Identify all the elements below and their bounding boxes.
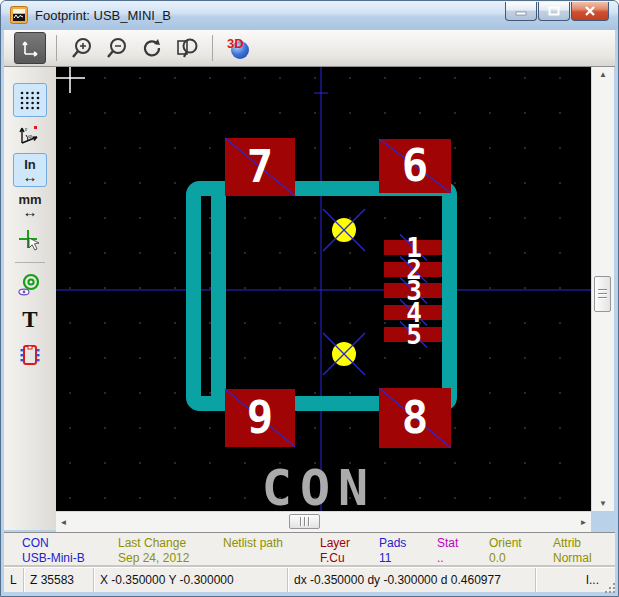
grid-dot — [244, 77, 246, 79]
status-field-label: Pads — [379, 536, 406, 550]
vertical-scroll-thumb[interactable] — [594, 276, 611, 312]
vertical-scrollbar[interactable]: ▲ ▼ — [591, 67, 614, 511]
grid-display-button[interactable] — [13, 83, 47, 117]
status-field-label: CON — [22, 536, 49, 550]
pad-number: 6 — [402, 140, 429, 191]
pad-display-mode-button[interactable] — [13, 268, 47, 302]
grid-dot — [524, 427, 526, 429]
statusbar-cell: X -0.350000 Y -0.300000 — [94, 568, 288, 592]
grid-dot — [524, 217, 526, 219]
grid-dot — [314, 77, 316, 79]
grid-dot — [559, 182, 561, 184]
grid-dot — [489, 182, 491, 184]
maximize-button[interactable] — [538, 2, 570, 21]
3d-viewer-button[interactable]: 3D — [223, 33, 253, 63]
grid-dot — [524, 112, 526, 114]
pad-number: 8 — [402, 392, 429, 443]
grid-dot — [349, 147, 351, 149]
grid-dot — [139, 497, 141, 499]
horizontal-scroll-thumb[interactable] — [289, 514, 320, 529]
scroll-down-arrow[interactable]: ▼ — [592, 496, 614, 511]
grid-dot — [314, 287, 316, 289]
grid-dot — [139, 77, 141, 79]
grid-dot — [174, 322, 176, 324]
grid-dot — [524, 287, 526, 289]
grid-dot — [69, 112, 71, 114]
grid-dot — [209, 427, 211, 429]
footprint-canvas[interactable]: 769812345CON — [56, 67, 591, 511]
polar-coordinates-button[interactable]: r φ — [13, 118, 47, 152]
grid-dot — [524, 392, 526, 394]
zoom-out-button[interactable] — [102, 33, 132, 63]
pad-number: 9 — [247, 392, 274, 443]
grid-dot — [524, 77, 526, 79]
grid-dot — [489, 392, 491, 394]
grid-dot — [349, 77, 351, 79]
titlebar[interactable]: Footprint: USB_MINI_B — [1, 1, 618, 30]
zoom-auto-icon — [19, 37, 41, 59]
grid-dot — [524, 462, 526, 464]
grid-dot — [209, 252, 211, 254]
grid-dot — [174, 357, 176, 359]
statusbar-cell: dx -0.350000 dy -0.300000 d 0.460977 — [288, 568, 536, 592]
grid-dot — [349, 322, 351, 324]
grid-dot — [174, 252, 176, 254]
text-display-mode-button[interactable]: T — [13, 303, 47, 337]
grid-dot — [104, 217, 106, 219]
status-field-value: USB-Mini-B — [22, 551, 85, 565]
scroll-up-arrow[interactable]: ▲ — [592, 67, 614, 82]
grid-dot — [419, 497, 421, 499]
grid-dot — [489, 147, 491, 149]
grid-dot — [489, 357, 491, 359]
grid-dot — [139, 182, 141, 184]
close-button[interactable] — [571, 2, 609, 21]
grid-dot — [69, 287, 71, 289]
grid-dot — [524, 252, 526, 254]
grid-dot — [524, 322, 526, 324]
units-inches-button[interactable]: In ↔ — [13, 153, 47, 187]
zoom-fit-icon — [175, 36, 199, 60]
minimize-button[interactable] — [505, 2, 537, 21]
grid-dot — [419, 112, 421, 114]
grid-dot — [174, 112, 176, 114]
grid-dot — [174, 462, 176, 464]
grid-dot — [419, 357, 421, 359]
scroll-right-arrow[interactable]: ► — [576, 512, 591, 532]
status-panel: CONLast ChangeNetlist pathLayerPadsStatO… — [4, 532, 615, 568]
cursor-crosshair-icon — [18, 228, 42, 252]
grid-dot — [244, 462, 246, 464]
grid-dot — [384, 77, 386, 79]
grid-dot — [314, 427, 316, 429]
status-field-label: Stat — [437, 536, 458, 550]
grid-dot — [349, 392, 351, 394]
grid-dot — [174, 497, 176, 499]
units-mm-button[interactable]: mm ↔ — [13, 188, 47, 222]
scroll-left-arrow[interactable]: ◄ — [56, 512, 71, 532]
status-field-label: Orient — [489, 536, 522, 550]
zoom-in-button[interactable] — [67, 33, 97, 63]
grid-dot — [174, 147, 176, 149]
grid-dot — [489, 112, 491, 114]
redraw-button[interactable] — [137, 33, 167, 63]
cursor-shape-button[interactable] — [13, 223, 47, 257]
grid-dot — [209, 112, 211, 114]
polar-coords-icon: r φ — [18, 123, 42, 147]
grid-dot — [139, 287, 141, 289]
grid-dot — [524, 497, 526, 499]
grid-dot — [69, 182, 71, 184]
edge-display-mode-button[interactable] — [13, 338, 47, 372]
zoom-fit-button[interactable] — [172, 33, 202, 63]
close-icon — [584, 6, 596, 16]
grid-dot — [454, 147, 456, 149]
zoom-auto-button[interactable] — [14, 32, 46, 64]
grid-dot — [104, 112, 106, 114]
grid-dot — [279, 217, 281, 219]
status-field-value: 0.0 — [489, 551, 506, 565]
grid-dot — [104, 427, 106, 429]
grid-dot — [349, 252, 351, 254]
resize-grip[interactable] — [604, 582, 617, 595]
horizontal-scrollbar[interactable]: ◄ ► — [56, 511, 591, 532]
grid-dot — [69, 427, 71, 429]
canvas-svg[interactable]: 769812345CON — [56, 67, 591, 511]
app-icon — [10, 6, 28, 24]
